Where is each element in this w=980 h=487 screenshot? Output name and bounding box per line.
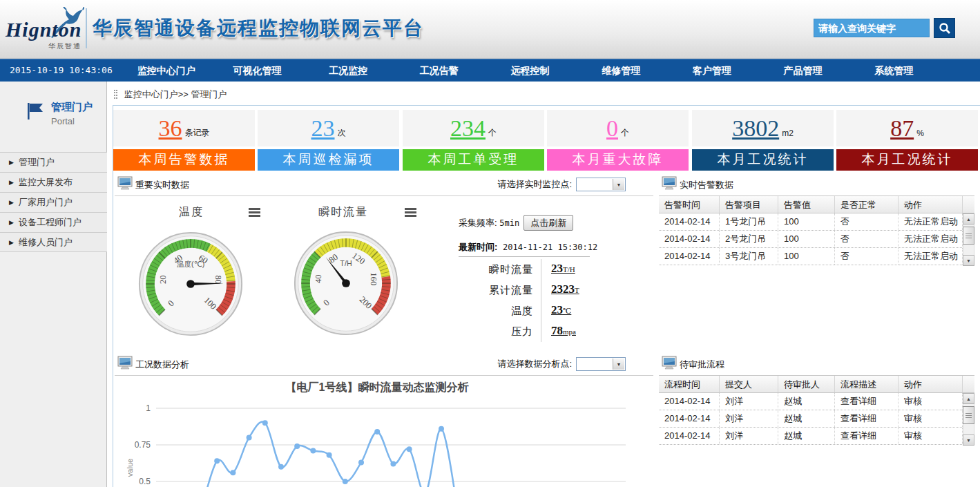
gauge-title-temperature: 温度 — [179, 205, 204, 220]
reading-value[interactable]: 23℃ — [551, 303, 571, 317]
table-cell: 查看详细 — [835, 428, 899, 444]
table-row[interactable]: 2014-02-14刘洋赵城查看详细审核 — [659, 428, 974, 445]
table-header-spacer — [963, 196, 974, 213]
reading-value[interactable]: 23T/H — [551, 262, 575, 276]
table-row[interactable]: 2014-02-142号龙门吊100否无法正常启动 — [659, 231, 974, 248]
logo[interactable]: Hignton 华辰智通 — [6, 6, 85, 54]
stat-card-4[interactable]: 0个本月重大故障 — [547, 110, 689, 171]
realtime-section-title: 重要实时数据 — [135, 179, 189, 191]
flow-gauge: 04080120160200T/H — [292, 229, 400, 337]
stat-label[interactable]: 本周工单受理 — [403, 149, 544, 171]
stat-card-1[interactable]: 36条记录本周告警数据 — [113, 110, 255, 171]
sidebar-item-2[interactable]: ▶监控大屏发布 — [0, 172, 107, 192]
analysis-point-select[interactable]: ▼ — [576, 357, 626, 371]
table-cell: 刘洋 — [720, 410, 778, 427]
table-cell: 2号龙门吊 — [720, 231, 778, 247]
stat-label[interactable]: 本周告警数据 — [113, 149, 255, 171]
section-rule — [115, 375, 653, 376]
stat-card-5[interactable]: 3802m2本月工况统计 — [692, 110, 834, 171]
refresh-button[interactable]: 点击刷新 — [523, 215, 573, 231]
table-cell: 否 — [835, 248, 899, 265]
sidebar-item-4[interactable]: ▶设备工程师门户 — [0, 212, 107, 232]
table-cell: 审核 — [899, 410, 963, 427]
table-cell: 否 — [835, 231, 899, 247]
collect-frequency: 采集频率: 5min点击刷新 — [459, 215, 573, 231]
scroll-up-icon[interactable]: ▲ — [963, 393, 974, 404]
stat-card-value-area: 87% — [836, 110, 978, 146]
stat-value[interactable]: 0 — [606, 117, 618, 140]
stat-card-value-area: 3802m2 — [692, 110, 834, 146]
stat-label[interactable]: 本月工况统计 — [836, 149, 978, 171]
stat-value[interactable]: 3802 — [732, 117, 779, 140]
freq-label: 采集频率: — [459, 218, 497, 228]
latest-time-value: 2014-11-21 15:30:12 — [503, 242, 597, 252]
nav-item-8[interactable]: 产品管理 — [758, 59, 849, 82]
stat-value[interactable]: 36 — [159, 117, 182, 140]
stat-card-3[interactable]: 234个本周工单受理 — [403, 110, 544, 171]
nav-item-6[interactable]: 维修管理 — [575, 59, 666, 82]
sidebar-item-1[interactable]: ▶管理门户 — [0, 152, 107, 172]
sidebar-portal-header: 管理门户 Portal — [0, 97, 107, 145]
approval-table-scrollbar[interactable]: ▲ ▼ — [963, 393, 974, 446]
nav-item-7[interactable]: 客户管理 — [666, 59, 758, 82]
stat-card-2[interactable]: 23次本周巡检漏项 — [258, 110, 399, 171]
hamburger-icon[interactable] — [405, 208, 416, 217]
realtime-point-select-label: 请选择实时监控点: — [497, 178, 572, 191]
search-button[interactable] — [934, 18, 955, 38]
stat-value[interactable]: 23 — [311, 117, 335, 140]
table-row[interactable]: 2014-02-14刘洋赵城查看详细审核 — [659, 393, 974, 410]
sidebar-item-5[interactable]: ▶维修人员门户 — [0, 232, 107, 252]
table-header-cell: 待审批人 — [778, 376, 835, 392]
chevron-down-icon[interactable]: ▼ — [613, 179, 624, 190]
site-title: 华辰智通设备远程监控物联网云平台 — [93, 15, 424, 41]
nav-item-5[interactable]: 远程控制 — [485, 59, 576, 82]
nav-item-4[interactable]: 工况告警 — [394, 59, 485, 82]
hamburger-icon[interactable] — [249, 208, 260, 217]
table-row[interactable]: 2014-02-14刘洋赵城查看详细审核 — [659, 410, 974, 428]
stat-label[interactable]: 本月工况统计 — [692, 149, 834, 171]
table-header-cell: 告警项目 — [720, 196, 778, 213]
stat-value[interactable]: 234 — [450, 117, 486, 140]
table-row[interactable]: 2014-02-141号龙门吊100否无法正常启动 — [659, 213, 974, 231]
table-cell: 2014-02-14 — [659, 410, 720, 427]
reading-label: 累计流量 — [459, 284, 533, 297]
scroll-thumb[interactable] — [963, 227, 974, 245]
table-cell: 2014-02-14 — [659, 213, 720, 230]
scroll-down-icon[interactable]: ▼ — [963, 255, 974, 266]
nav-item-2[interactable]: 可视化管理 — [212, 59, 303, 82]
reading-label: 温度 — [459, 305, 533, 318]
chevron-down-icon[interactable]: ▼ — [613, 359, 624, 370]
alarm-section-header: 实时告警数据 — [659, 175, 974, 195]
reading-value[interactable]: 2323T — [551, 283, 579, 296]
stat-card-6[interactable]: 87%本月工况统计 — [836, 110, 978, 171]
realtime-section-header: 重要实时数据 请选择实时监控点: ▼ — [115, 175, 653, 195]
breadcrumb: 监控中心门户>> 管理门户 — [114, 88, 227, 101]
realtime-point-select[interactable]: ▼ — [576, 178, 626, 191]
table-header-row: 告警时间告警项目告警值是否正常动作 — [659, 195, 974, 213]
stat-value[interactable]: 87 — [890, 117, 914, 140]
search-input[interactable] — [814, 19, 930, 37]
table-cell: 无法正常启动 — [899, 213, 963, 230]
temperature-gauge: 020406080100温度(℃) — [137, 230, 244, 338]
table-cell: 查看详细 — [835, 393, 899, 410]
sidebar-item-3[interactable]: ▶厂家用户门户 — [0, 192, 107, 212]
nav-item-1[interactable]: 监控中心门户 — [121, 59, 212, 82]
gauge-title-flow: 瞬时流量 — [318, 205, 368, 220]
alarm-table-scrollbar[interactable]: ▲ ▼ — [963, 213, 974, 266]
scroll-thumb[interactable] — [963, 406, 974, 424]
stat-label[interactable]: 本周巡检漏项 — [258, 149, 399, 171]
triangle-right-icon: ▶ — [9, 233, 14, 252]
table-row[interactable]: 2014-02-143号龙门吊100否无法正常启动 — [659, 248, 974, 265]
stat-label[interactable]: 本月重大故障 — [547, 149, 689, 171]
triangle-right-icon: ▶ — [9, 193, 14, 212]
main-navbar: 2015-10-19 10:43:06 监控中心门户可视化管理工况监控工况告警远… — [0, 59, 980, 82]
nav-item-3[interactable]: 工况监控 — [302, 59, 394, 82]
nav-item-9[interactable]: 系统管理 — [848, 59, 939, 82]
breadcrumb-icon — [114, 90, 117, 99]
scroll-down-icon[interactable]: ▼ — [963, 435, 974, 446]
reading-value[interactable]: 78mpa — [551, 324, 576, 338]
analysis-section-header: 工况数据分析 请选择数据分析点: ▼ — [115, 354, 653, 375]
scroll-up-icon[interactable]: ▲ — [963, 213, 974, 225]
table-cell: 审核 — [899, 393, 963, 410]
reading-unit: T/H — [563, 265, 575, 274]
